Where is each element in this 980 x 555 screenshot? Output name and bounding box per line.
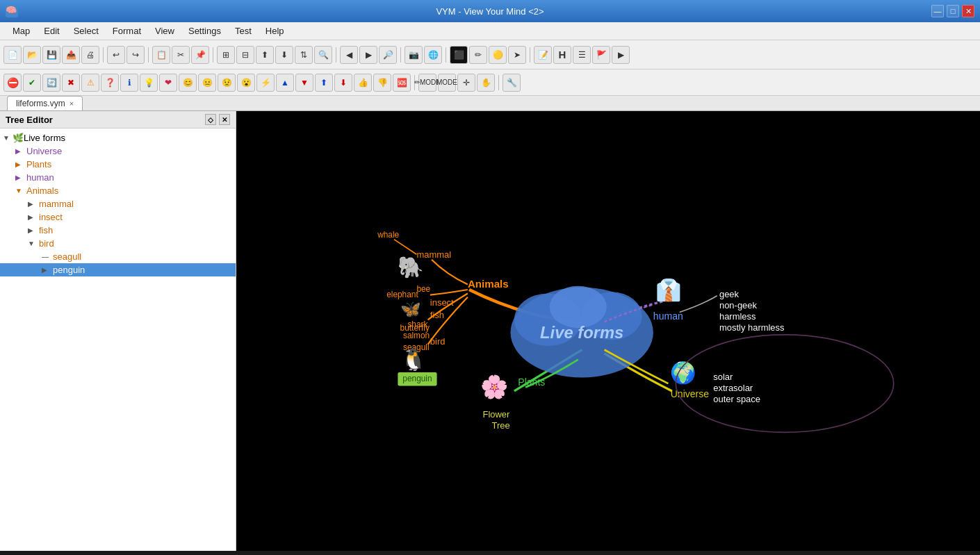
down-button[interactable]: ⬇ [275,46,293,64]
bolt-button[interactable]: ⚡ [256,74,275,92]
shock-button[interactable]: 😮 [237,74,255,92]
titlebar: 🧠 VYM - View Your Mind <2> — □ ✕ [0,0,980,22]
tri-down-button[interactable]: ▼ [295,74,313,92]
tree-item-liveforms[interactable]: ▼ 🌿 Live forms [0,131,236,144]
toolbar-sep2-2 [498,75,499,90]
menu-map[interactable]: Map [6,24,37,38]
tree-item-insect[interactable]: ▶ insect [0,210,236,224]
pen-button[interactable]: ✏ [469,46,487,64]
sidebar-restore-button[interactable]: ◇ [205,114,216,125]
svg-text:Plants: Plants [518,376,545,388]
tree-item-plants[interactable]: ▶ Plants [0,158,236,171]
redo-button[interactable]: ↪ [126,46,145,64]
nav-back-button[interactable]: ◀ [340,46,358,64]
toolbar-1: 📄 📂 💾 📤 🖨 ↩ ↪ 📋 ✂ 📌 ⊞ ⊟ ⬆ ⬇ ⇅ 🔍 ◀ ▶ 🔎 📷 … [0,40,980,69]
expand-button[interactable]: ⊞ [217,46,235,64]
tab-close-button[interactable]: × [70,99,74,108]
tree-item-animals[interactable]: ▼ Animals [0,184,236,197]
color-button[interactable]: ⬛ [450,46,468,64]
collapse-button[interactable]: ⊟ [236,46,254,64]
tri-up-button[interactable]: ▲ [276,74,294,92]
svg-text:extrasolar: extrasolar [713,383,753,393]
paste-button[interactable]: 📌 [191,46,209,64]
x-button[interactable]: ✖ [62,74,80,92]
screenshot-button[interactable]: 📷 [405,46,423,64]
question-button[interactable]: ❓ [101,74,119,92]
sidebar: Tree Editor ◇ ✕ ▼ 🌿 Live forms ▶ Univers… [0,111,236,551]
expand-arrow-animals: ▼ [15,187,25,194]
cut-button[interactable]: ✂ [172,46,190,64]
heart-button[interactable]: ❤ [159,74,177,92]
bookmarks-button[interactable]: 🔎 [379,46,397,64]
save-button[interactable]: 💾 [42,46,60,64]
svg-text:🦋: 🦋 [400,299,421,319]
print-button[interactable]: 🖨 [81,46,99,64]
nav-fwd-button[interactable]: ▶ [359,46,377,64]
sad-button[interactable]: 😟 [218,74,236,92]
thumb-down-button[interactable]: 👎 [373,74,391,92]
tree-item-human[interactable]: ▶ human [0,171,236,184]
screenshot2-button[interactable]: 🌐 [424,46,442,64]
up-button[interactable]: ⬆ [256,46,274,64]
undo-button[interactable]: ↩ [107,46,125,64]
expand-arrow-plants: ▶ [15,160,25,168]
arrow-up-button[interactable]: ⬆ [315,74,333,92]
stop-button[interactable]: ⛔ [3,74,22,92]
arrow-button[interactable]: ➤ [508,46,526,64]
arrow-down-button[interactable]: ⬇ [334,74,352,92]
check-button[interactable]: ✔ [23,74,41,92]
move-button[interactable]: ✛ [457,74,475,92]
svg-text:shark: shark [407,320,427,329]
close-button[interactable]: ✕ [962,5,974,17]
mindmap-canvas[interactable]: Live forms Animals mammal whale 🐘 elepha… [236,111,980,551]
tree-item-fish[interactable]: ▶ fish [0,224,236,237]
warn-button[interactable]: ⚠ [81,74,99,92]
menu-test[interactable]: Test [228,24,259,38]
new-button[interactable]: 📄 [3,46,22,64]
menu-view[interactable]: View [148,24,181,38]
thumb-up-button[interactable]: 👍 [354,74,372,92]
tree-label-insect: insect [39,212,63,222]
hand-button[interactable]: ✋ [477,74,495,92]
main-area: Tree Editor ◇ ✕ ▼ 🌿 Live forms ▶ Univers… [0,111,980,551]
circle-button[interactable]: 🟡 [489,46,507,64]
tree-item-penguin[interactable]: ▶ penguin [0,263,236,276]
export-button[interactable]: 📤 [62,46,80,64]
copy-button[interactable]: 📋 [152,46,170,64]
menu-help[interactable]: Help [259,24,291,38]
more-button[interactable]: ▶ [612,46,630,64]
menu-format[interactable]: Format [106,24,148,38]
filter-button[interactable]: 🔍 [314,46,332,64]
info-button[interactable]: ℹ [120,74,138,92]
svg-text:fish: fish [430,310,444,320]
mode2-button[interactable]: MODE [438,74,456,92]
mode1-button[interactable]: ✏MODE [418,74,436,92]
tree-label-plants: Plants [26,159,51,169]
toolbar-sep-4 [336,47,336,63]
lifebuoy-button[interactable]: 🆘 [393,74,411,92]
tree-item-universe[interactable]: ▶ Universe [0,144,236,158]
menu-settings[interactable]: Settings [181,24,228,38]
tree-item-mammal[interactable]: ▶ mammal [0,197,236,210]
heading-button[interactable]: H [553,46,571,64]
tree-item-seagull[interactable]: — seagull [0,250,236,263]
note-button[interactable]: 📝 [534,46,552,64]
tab-lifeforms[interactable]: lifeforms.vym × [7,96,83,110]
menu-select[interactable]: Select [67,24,106,38]
tree-label-mammal: mammal [39,199,74,209]
svg-text:penguin: penguin [402,374,432,383]
sidebar-close-button[interactable]: ✕ [219,114,230,125]
maximize-button[interactable]: □ [947,5,959,17]
smile-button[interactable]: 😊 [179,74,197,92]
neutral-button[interactable]: 😐 [198,74,216,92]
flag-button[interactable]: 🚩 [592,46,610,64]
minimize-button[interactable]: — [931,5,944,17]
open-button[interactable]: 📂 [23,46,41,64]
refresh-button[interactable]: 🔄 [42,74,60,92]
menu-edit[interactable]: Edit [37,24,66,38]
sort-button[interactable]: ⇅ [295,46,313,64]
list-button[interactable]: ☰ [573,46,591,64]
bulb-button[interactable]: 💡 [140,74,158,92]
settings2-button[interactable]: 🔧 [503,74,521,92]
tree-item-bird[interactable]: ▼ bird [0,237,236,250]
